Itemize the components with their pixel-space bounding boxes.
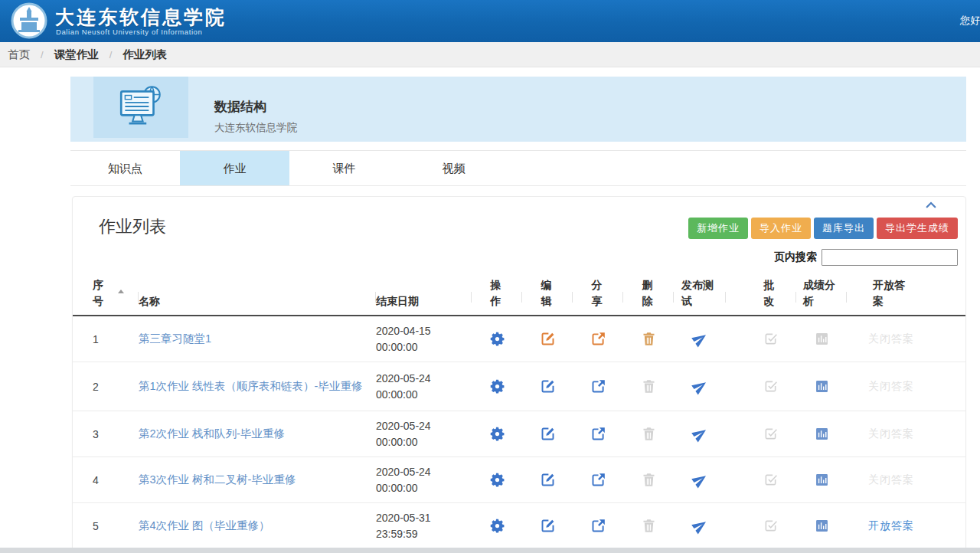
edit-icon-cell xyxy=(522,378,573,394)
add-assignment-button[interactable]: 新增作业 xyxy=(688,218,748,239)
delete-trash-icon-cell xyxy=(623,426,674,442)
row-seq: 5 xyxy=(93,520,139,532)
top-navbar: 大连东软信息学院 Dalian Neusoft University of In… xyxy=(0,0,980,43)
table-body: 1第三章习随堂12020-04-1500:00:00关闭答案2第1次作业 线性表… xyxy=(73,316,965,549)
settings-gear-icon-cell xyxy=(472,378,522,394)
grade-check-icon-cell xyxy=(744,472,796,488)
export-question-bank-button[interactable]: 题库导出 xyxy=(814,218,874,239)
row-seq: 1 xyxy=(93,333,139,345)
table-row: 5第4次作业 图（毕业重修）2020-05-3123:59:59开放答案 xyxy=(73,503,965,549)
settings-gear-icon[interactable] xyxy=(489,518,505,534)
publish-test-plane-icon[interactable] xyxy=(692,518,708,534)
open-answer-toggle[interactable]: 开放答案 xyxy=(868,519,914,532)
column-header[interactable]: 序号 xyxy=(93,277,139,309)
column-header: 批改 xyxy=(744,277,796,309)
settings-gear-icon-cell xyxy=(472,426,522,442)
share-icon-cell xyxy=(573,378,623,394)
share-icon[interactable] xyxy=(590,518,606,534)
delete-trash-icon xyxy=(641,472,657,488)
edit-icon[interactable] xyxy=(540,331,556,347)
table-row: 4第3次作业 树和二叉树-毕业重修2020-05-2400:00:00关闭答案 xyxy=(73,457,965,503)
table-header-row: 序号名称结束日期操作编辑分享删除发布测试批改成绩分析开放答案 xyxy=(73,270,965,316)
settings-gear-icon[interactable] xyxy=(489,426,505,442)
score-analysis-chart-icon[interactable] xyxy=(814,426,830,442)
share-icon[interactable] xyxy=(590,378,606,394)
share-icon-cell xyxy=(573,426,623,442)
page-bottom-edge xyxy=(0,548,980,553)
assignment-name-link[interactable]: 第三章习随堂1 xyxy=(139,332,211,345)
tab-knowledge-points[interactable]: 知识点 xyxy=(70,151,180,185)
share-icon-cell xyxy=(573,518,623,534)
open-answer-cell: 关闭答案 xyxy=(847,427,936,441)
import-assignment-button[interactable]: 导入作业 xyxy=(751,218,811,239)
grade-check-icon xyxy=(763,518,779,534)
open-answer-toggle: 关闭答案 xyxy=(868,473,914,486)
share-icon[interactable] xyxy=(590,426,606,442)
score-analysis-chart-icon-cell xyxy=(796,518,847,534)
edit-icon[interactable] xyxy=(540,472,556,488)
share-icon[interactable] xyxy=(590,331,606,347)
publish-test-plane-icon[interactable] xyxy=(692,331,708,347)
tab-video[interactable]: 视频 xyxy=(399,151,508,185)
course-title: 数据结构 xyxy=(214,98,266,116)
edit-icon[interactable] xyxy=(540,518,556,534)
score-analysis-chart-icon xyxy=(814,331,830,347)
university-logo-icon xyxy=(11,2,47,39)
course-icon-box xyxy=(93,77,188,138)
toolbar-buttons: 新增作业导入作业题库导出导出学生成绩 xyxy=(685,218,958,239)
chevron-up-icon[interactable] xyxy=(924,198,938,212)
panel-title: 作业列表 xyxy=(99,215,166,238)
grade-check-icon-cell xyxy=(744,518,796,534)
open-answer-cell: 关闭答案 xyxy=(847,380,936,394)
tab-homework[interactable]: 作业 xyxy=(180,151,289,185)
end-date: 2020-04-1500:00:00 xyxy=(376,323,472,355)
assignment-panel: 作业列表 新增作业导入作业题库导出导出学生成绩 页内搜索 序号名称结束日期操作编… xyxy=(72,196,966,553)
share-icon[interactable] xyxy=(590,472,606,488)
delete-trash-icon-cell xyxy=(623,472,674,488)
breadcrumb-item[interactable]: 课堂作业 xyxy=(54,47,99,62)
assignment-table: 序号名称结束日期操作编辑分享删除发布测试批改成绩分析开放答案 1第三章习随堂12… xyxy=(73,270,965,549)
edit-icon-cell xyxy=(522,472,573,488)
edit-icon-cell xyxy=(522,331,573,347)
assignment-name-link[interactable]: 第1次作业 线性表（顺序表和链表）-毕业重修 xyxy=(139,380,362,392)
delete-trash-icon-cell xyxy=(623,331,674,347)
score-analysis-chart-icon-cell xyxy=(796,472,847,488)
publish-test-plane-icon[interactable] xyxy=(692,472,708,488)
column-header: 发布测试 xyxy=(674,277,726,309)
settings-gear-icon[interactable] xyxy=(489,331,505,347)
grade-check-icon-cell xyxy=(744,378,796,394)
delete-trash-icon[interactable] xyxy=(641,331,657,347)
score-analysis-chart-icon[interactable] xyxy=(814,518,830,534)
assignment-name-link[interactable]: 第4次作业 图（毕业重修） xyxy=(139,519,270,532)
settings-gear-icon-cell xyxy=(472,331,522,347)
publish-test-plane-icon[interactable] xyxy=(692,378,708,394)
publish-test-plane-icon-cell xyxy=(674,331,726,347)
score-analysis-chart-icon-cell xyxy=(796,331,847,347)
score-analysis-chart-icon-cell xyxy=(796,426,847,442)
share-icon-cell xyxy=(573,331,623,347)
score-analysis-chart-icon[interactable] xyxy=(814,472,830,488)
score-analysis-chart-icon[interactable] xyxy=(814,378,830,394)
search-input[interactable] xyxy=(822,249,958,266)
column-header: 操作 xyxy=(472,277,522,309)
score-analysis-chart-icon-cell xyxy=(796,378,847,394)
grade-check-icon-cell xyxy=(744,426,796,442)
settings-gear-icon[interactable] xyxy=(489,378,505,394)
publish-test-plane-icon[interactable] xyxy=(692,426,708,442)
open-answer-cell: 关闭答案 xyxy=(847,332,936,346)
settings-gear-icon[interactable] xyxy=(489,472,505,488)
settings-gear-icon-cell xyxy=(472,472,522,488)
assignment-name-link[interactable]: 第2次作业 栈和队列-毕业重修 xyxy=(139,427,285,440)
university-name-en: Dalian Neusoft University of Information xyxy=(56,28,202,36)
breadcrumb-item[interactable]: 首页 xyxy=(8,47,30,62)
tab-courseware[interactable]: 课件 xyxy=(289,151,399,185)
course-subtitle: 大连东软信息学院 xyxy=(214,121,297,135)
column-header: 编辑 xyxy=(522,277,573,309)
sort-asc-icon[interactable] xyxy=(118,290,124,293)
end-date: 2020-05-2400:00:00 xyxy=(376,371,472,403)
edit-icon[interactable] xyxy=(540,426,556,442)
assignment-name-link[interactable]: 第3次作业 树和二叉树-毕业重修 xyxy=(139,473,296,486)
export-student-grades-button[interactable]: 导出学生成绩 xyxy=(877,218,958,239)
edit-icon[interactable] xyxy=(540,378,556,394)
assignment-name-cell: 第三章习随堂1 xyxy=(139,330,376,347)
